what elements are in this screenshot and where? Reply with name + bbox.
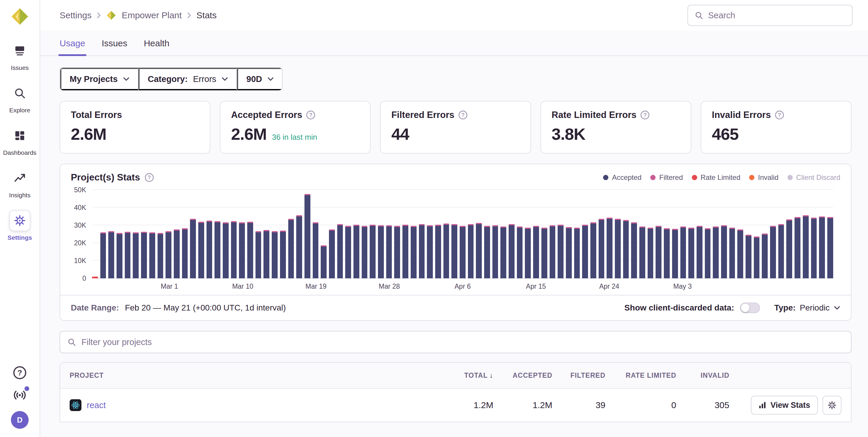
chart-bar[interactable] [272,231,278,278]
column-header-accepted[interactable]: ACCEPTED [493,372,552,379]
chart-bar[interactable] [443,224,450,278]
chart-bar[interactable] [207,221,212,278]
chart-bar[interactable] [108,231,114,278]
chart-bar[interactable] [484,226,490,278]
chart-bar[interactable] [476,223,482,278]
sidebar-item-insights[interactable]: Insights [9,167,30,199]
chart-bar[interactable] [247,222,253,278]
sidebar-item-issues[interactable]: Issues [9,40,30,71]
chart-bar[interactable] [500,227,506,278]
info-icon[interactable]: ? [145,173,154,182]
info-icon[interactable]: ? [641,110,649,120]
chart-bar[interactable] [215,221,220,278]
help-icon[interactable]: ? [13,366,26,379]
chart-bar[interactable] [770,226,776,278]
chart-bar[interactable] [353,225,359,278]
chart-bar[interactable] [754,236,760,278]
chart-bar[interactable] [198,222,204,278]
chart-bar[interactable] [729,228,735,278]
chart-bar[interactable] [803,215,809,278]
project-selector-button[interactable]: My Projects [60,68,138,90]
global-search[interactable] [687,5,852,26]
sidebar-item-settings[interactable]: Settings [8,210,32,241]
tab-health[interactable]: Health [144,38,169,56]
chart-bar[interactable] [460,226,466,278]
sidebar-item-dashboards[interactable]: Dashboards [3,125,36,156]
chart-bar[interactable] [239,222,245,278]
chart-bar[interactable] [566,227,572,278]
chart-bar[interactable] [419,224,425,278]
chart-bar[interactable] [411,226,416,278]
column-header-filtered[interactable]: FILTERED [552,372,606,379]
chart-bar[interactable] [550,225,556,278]
legend-item-accepted[interactable]: Accepted [603,173,642,182]
chart-bar[interactable] [819,216,825,278]
chart-bar[interactable] [762,234,768,278]
chart-bar[interactable] [321,245,327,278]
chart-bar[interactable] [313,222,319,278]
chart-bar[interactable] [664,228,670,278]
sidebar-item-explore[interactable]: Explore [9,82,30,114]
chart-bar[interactable] [394,226,400,278]
chart-bar[interactable] [713,227,719,278]
chart-bar[interactable] [386,225,392,278]
chart-bar[interactable] [337,224,343,278]
chart-bar[interactable] [746,235,751,278]
chart-bar[interactable] [329,229,335,278]
chart-bar[interactable] [402,225,408,278]
chart-bar[interactable] [223,222,229,278]
chart-bar[interactable] [607,217,613,278]
org-logo-icon[interactable] [10,7,29,26]
chart-bar[interactable] [615,219,621,278]
column-header-total[interactable]: TOTAL↓ [437,371,493,379]
chart-bar[interactable] [795,217,800,278]
chart-bar[interactable] [370,225,376,278]
chart-bar[interactable] [631,222,637,278]
chart-bar[interactable] [574,228,580,278]
tab-issues[interactable]: Issues [102,38,127,56]
column-header-invalid[interactable]: INVALID [676,372,729,379]
chart-bar[interactable] [182,228,188,278]
tab-usage[interactable]: Usage [60,38,85,56]
chart-bar[interactable] [786,220,792,278]
chart-bar[interactable] [141,232,147,278]
chart-bar[interactable] [149,232,155,278]
info-icon[interactable]: ? [775,110,784,120]
chart-bar[interactable] [231,221,237,278]
project-filter[interactable] [60,331,851,353]
category-selector-button[interactable]: Category: Errors [138,68,237,90]
chart-bar[interactable] [362,226,368,278]
legend-item-filtered[interactable]: Filtered [650,173,683,182]
whats-new-button[interactable] [13,388,27,402]
chart-bar[interactable] [688,228,694,278]
chart-bar[interactable] [296,215,302,278]
chart-bar[interactable] [92,277,98,278]
view-stats-button[interactable]: View Stats [751,396,818,414]
chart-bar[interactable] [696,226,703,278]
project-settings-button[interactable] [823,396,841,414]
date-range-selector-button[interactable]: 90D [237,68,282,90]
chart-bar[interactable] [582,225,588,278]
chart-bar[interactable] [158,233,163,278]
chart-bar[interactable] [264,230,269,278]
chart-bar[interactable] [100,232,106,278]
chart-bar[interactable] [721,225,727,278]
chart-bar[interactable] [468,224,474,278]
chart-bar[interactable] [190,219,196,278]
chart-bar[interactable] [778,224,784,278]
chart-bar[interactable] [558,225,563,278]
chart-bar[interactable] [255,231,261,278]
legend-item-client-discard[interactable]: Client Discard [787,173,840,182]
search-input[interactable] [708,11,845,20]
chart-bar[interactable] [165,231,172,278]
chart-bar[interactable] [590,222,596,278]
project-filter-input[interactable] [82,337,844,347]
project-link[interactable]: react [87,400,105,410]
chart-bar[interactable] [672,229,678,278]
chart-bar[interactable] [533,226,539,278]
chart-bar[interactable] [427,225,433,278]
chart-bar[interactable] [705,228,711,278]
info-icon[interactable]: ? [459,110,467,120]
chart-bar[interactable] [345,226,351,278]
user-avatar[interactable]: D [11,411,29,429]
